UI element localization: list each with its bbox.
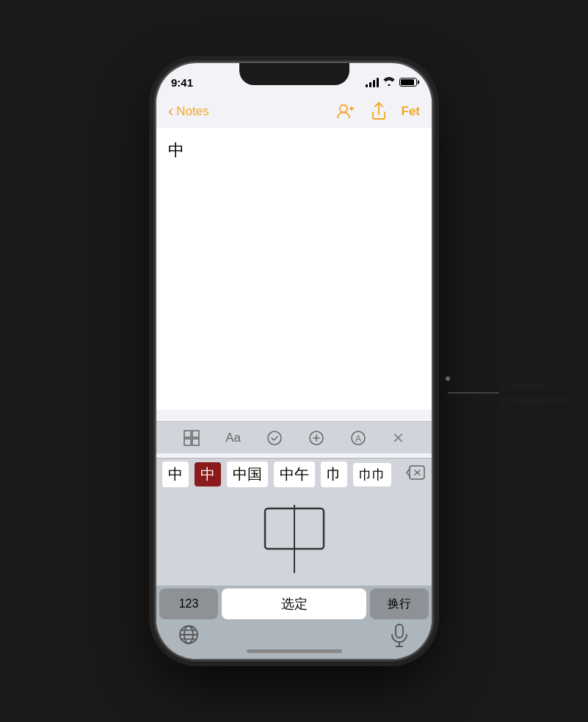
delete-candidate-button[interactable] xyxy=(405,464,426,484)
keyboard-bottom-row: 123 选定 换行 xyxy=(156,586,432,622)
handwriting-area[interactable] xyxy=(156,490,432,586)
signal-bars-icon xyxy=(366,78,379,87)
candidate-item[interactable]: 中 xyxy=(162,462,189,487)
globe-button[interactable] xyxy=(178,624,199,650)
candidate-item-3[interactable]: 中国 xyxy=(227,462,268,487)
checklist-button[interactable] xyxy=(266,430,283,446)
battery-fill xyxy=(401,79,414,85)
callout-text: Caràcters corresponents xyxy=(502,379,567,407)
font-button[interactable]: Aa xyxy=(225,431,241,445)
handwriting-canvas[interactable] xyxy=(156,490,432,586)
callout-dot xyxy=(446,376,450,381)
nav-bar: ‹ Notes xyxy=(156,95,432,128)
share-button[interactable] xyxy=(369,102,388,121)
home-indicator xyxy=(247,649,342,653)
candidate-item-5[interactable]: 巾 xyxy=(321,462,347,487)
svg-rect-3 xyxy=(184,431,191,437)
candidates-bar: 中 中 中国 中午 巾 巾巾 xyxy=(156,458,432,490)
nav-actions: Fet xyxy=(335,101,421,122)
system-bar xyxy=(156,622,432,659)
grid-icon[interactable] xyxy=(184,430,200,446)
back-button[interactable]: ‹ Notes xyxy=(168,103,209,120)
candidate-item-6[interactable]: 巾巾 xyxy=(353,463,391,486)
back-label: Notes xyxy=(176,104,208,119)
newline-button[interactable]: 换行 xyxy=(370,588,429,619)
status-time: 9:41 xyxy=(171,70,193,89)
phone-frame: 9:41 xyxy=(156,63,432,659)
svg-point-7 xyxy=(268,431,281,445)
svg-rect-23 xyxy=(396,624,403,638)
confirm-button[interactable]: 选定 xyxy=(222,588,366,619)
insert-button[interactable] xyxy=(308,430,324,446)
microphone-button[interactable] xyxy=(389,624,410,650)
svg-point-0 xyxy=(340,105,347,112)
candidate-item-4[interactable]: 中午 xyxy=(274,462,315,487)
battery-icon xyxy=(399,78,417,87)
chevron-left-icon: ‹ xyxy=(168,103,173,120)
pen-button[interactable]: A xyxy=(350,430,366,446)
numbers-button[interactable]: 123 xyxy=(159,588,218,619)
formatting-toolbar: Aa A ✕ xyxy=(156,421,432,453)
notch xyxy=(239,63,349,85)
done-button[interactable]: Fet xyxy=(402,104,421,119)
svg-rect-6 xyxy=(192,439,199,445)
note-character: 中 xyxy=(168,141,184,159)
note-content-area[interactable]: 中 xyxy=(156,128,432,409)
svg-text:A: A xyxy=(355,434,361,444)
svg-rect-5 xyxy=(184,439,191,445)
svg-rect-4 xyxy=(192,431,199,437)
wifi-icon xyxy=(383,77,395,88)
add-person-button[interactable] xyxy=(335,101,356,122)
candidate-item-2[interactable]: 中 xyxy=(195,462,221,486)
close-toolbar-button[interactable]: ✕ xyxy=(392,429,404,447)
callout-line xyxy=(448,393,499,393)
callout-annotation: Caràcters corresponents xyxy=(448,379,567,407)
status-icons xyxy=(366,71,417,88)
